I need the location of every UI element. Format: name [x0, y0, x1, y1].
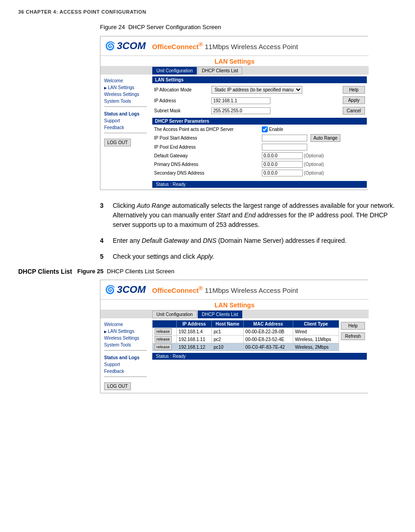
sidebar-wireless[interactable]: Wireless Settings	[104, 91, 147, 98]
dns-secondary-optional: (Optional)	[304, 171, 324, 176]
dns-primary-input[interactable]	[262, 161, 303, 168]
ip-alloc-select[interactable]: Static IP address (to be specified manua…	[211, 86, 302, 94]
dns-primary-field: (Optional)	[260, 160, 367, 169]
release-btn-1[interactable]: release	[155, 328, 172, 335]
step-3-text: Clicking Auto Range automatically select…	[113, 201, 397, 230]
col-header-empty	[153, 321, 177, 328]
dns-secondary-input[interactable]	[262, 170, 303, 176]
sidebar-status-logs: Status and Logs	[104, 109, 147, 117]
auto-range-button[interactable]: Auto Range	[310, 134, 341, 142]
sidebar-lan[interactable]: LAN Settings	[104, 84, 147, 91]
dns-primary-optional: (Optional)	[304, 162, 324, 167]
col-client-type: Client Type	[293, 321, 339, 328]
product-desc-fig25: 11Mbps Wireless Access Point	[205, 286, 298, 294]
gateway-input[interactable]	[262, 152, 303, 159]
sidebar-support-fig25[interactable]: Support	[104, 361, 147, 368]
ap-body-fig25: Welcome LAN Settings Wireless Settings S…	[100, 318, 369, 393]
step-5-text: Check your settings and click Apply.	[113, 252, 397, 261]
figure24-screenshot: 🌀 3COM OfficeConnect® 11Mbps Wireless Ac…	[100, 36, 368, 190]
subnet-mask-input[interactable]	[211, 107, 270, 114]
pool-end-label: IP Pool End Address	[152, 143, 260, 151]
step-5-num: 5	[100, 252, 107, 261]
release-btn-3[interactable]: release	[155, 344, 172, 350]
refresh-button[interactable]: Refresh	[341, 332, 365, 340]
clients-content: IP Address Host Name MAC Address Client …	[152, 320, 367, 351]
client1-mac: 00-00-E8-22-28-0B	[243, 328, 293, 336]
gateway-row: Default Gateway (Optional)	[152, 151, 367, 160]
logout-button[interactable]: LOG OUT	[104, 139, 131, 146]
steps-list: 3 Clicking Auto Range automatically sele…	[100, 201, 397, 261]
ip-address-row: IP Address	[152, 95, 341, 106]
figure24-caption: Figure 24 DHCP Server Configuration Scre…	[100, 24, 397, 30]
sidebar-systools[interactable]: System Tools	[104, 98, 147, 105]
help-button-fig25[interactable]: Help	[341, 322, 365, 330]
ap-header: 🌀 3COM OfficeConnect® 11Mbps Wireless Ac…	[100, 36, 369, 56]
step-4-text: Enter any Default Gateway and DNS (Domai…	[113, 236, 397, 246]
sidebar-divider1	[104, 106, 147, 107]
enable-checkbox[interactable]	[262, 126, 268, 132]
enable-text: Enable	[269, 127, 283, 132]
gateway-field: (Optional)	[260, 151, 367, 160]
dhcp-form-table: The Access Point acts as DHCP Server Ena…	[152, 125, 367, 177]
sidebar-feedback-fig25[interactable]: Feedback	[104, 368, 147, 375]
pool-start-input[interactable]	[262, 135, 307, 141]
ip-address-input[interactable]	[211, 97, 270, 104]
figure25-screenshot: 🌀 3COM OfficeConnect® 11Mbps Wireless Ac…	[100, 280, 368, 393]
sidebar-divider2-fig25	[104, 376, 147, 377]
tab-dhcp-clients-fig25[interactable]: DHCP Clients List	[198, 311, 242, 318]
pool-start-label: IP Pool Start Address	[152, 133, 260, 143]
client3-mac: 00-C0-4F-83-7E-42	[243, 343, 293, 351]
sidebar-support[interactable]: Support	[104, 117, 147, 124]
client1-release-cell: release	[153, 328, 177, 336]
sidebar-feedback[interactable]: Feedback	[104, 124, 147, 131]
enable-checkbox-label: Enable	[262, 126, 365, 132]
pool-end-field	[260, 143, 367, 151]
logout-button-fig25[interactable]: LOG OUT	[104, 382, 131, 390]
dhcp-enable-row: The Access Point acts as DHCP Server Ena…	[152, 125, 367, 133]
tab-bar-fig25: Unit Configuration DHCP Clients List	[100, 310, 369, 318]
cancel-button[interactable]: Cancel	[343, 107, 365, 115]
release-btn-2[interactable]: release	[155, 336, 172, 342]
dhcp-clients-section: DHCP Clients List Figure 25 DHCP Clients…	[18, 268, 397, 275]
product-name: OfficeConnect®	[152, 43, 205, 50]
step-5: 5 Check your settings and click Apply.	[100, 252, 397, 261]
sidebar-systools-fig25[interactable]: System Tools	[104, 341, 147, 348]
subnet-mask-label: Subnet Mask	[152, 105, 210, 116]
ip-alloc-row: IP Allocation Mode Static IP address (to…	[152, 84, 341, 95]
dhcp-section-header: DHCP Server Parameters	[152, 118, 367, 125]
sidebar-welcome-fig25[interactable]: Welcome	[104, 321, 147, 328]
side-buttons-lan: Help Apply Cancel	[341, 84, 367, 118]
sidebar-wireless-fig25[interactable]: Wireless Settings	[104, 335, 147, 341]
client2-release-cell: release	[153, 336, 177, 343]
sidebar-welcome[interactable]: Welcome	[104, 77, 147, 84]
brand-text-fig25: 3COM	[117, 284, 146, 296]
tab-unit-config[interactable]: Unit Configuration	[152, 67, 197, 75]
tab-dhcp-clients[interactable]: DHCP Clients List	[198, 67, 242, 75]
client3-release-cell: release	[153, 343, 177, 351]
client-row-1: release 192.168.1.4 pc1 00-00-E8-22-28-0…	[153, 328, 339, 336]
logo-icon-fig25: 🌀	[105, 285, 115, 295]
ap-ui-fig24: 🌀 3COM OfficeConnect® 11Mbps Wireless Ac…	[100, 36, 369, 190]
ap-main-content-fig25: IP Address Host Name MAC Address Client …	[150, 318, 369, 393]
tab-unit-config-fig25[interactable]: Unit Configuration	[152, 311, 197, 318]
step-3: 3 Clicking Auto Range automatically sele…	[100, 201, 397, 230]
apply-button[interactable]: Apply	[343, 96, 365, 104]
sidebar-lan-fig25[interactable]: LAN Settings	[104, 328, 147, 335]
client3-ip: 192.168.1.12	[177, 343, 212, 351]
product-name-fig25: OfficeConnect®	[152, 286, 205, 294]
ap-header-fig25: 🌀 3COM OfficeConnect® 11Mbps Wireless Ac…	[100, 280, 369, 300]
side-buttons-fig25: Help Refresh	[339, 320, 367, 351]
client2-mac: 00-00-E8-23-52-4E	[243, 336, 293, 343]
pool-end-input[interactable]	[262, 144, 307, 151]
help-button[interactable]: Help	[343, 86, 365, 94]
col-host-name: Host Name	[211, 321, 243, 328]
ap-body: Welcome LAN Settings Wireless Settings S…	[100, 75, 369, 190]
client2-host: pc2	[211, 336, 243, 343]
dhcp-body: The Access Point acts as DHCP Server Ena…	[152, 125, 367, 179]
sidebar-divider2	[104, 133, 147, 133]
client3-type: Wireless, 2Mbps	[293, 343, 339, 351]
tab-bar: Unit Configuration DHCP Clients List	[100, 66, 369, 75]
ap-subtitle: LAN Settings	[100, 56, 369, 66]
brand-text: 3COM	[117, 40, 146, 52]
clients-table: IP Address Host Name MAC Address Client …	[152, 320, 339, 351]
